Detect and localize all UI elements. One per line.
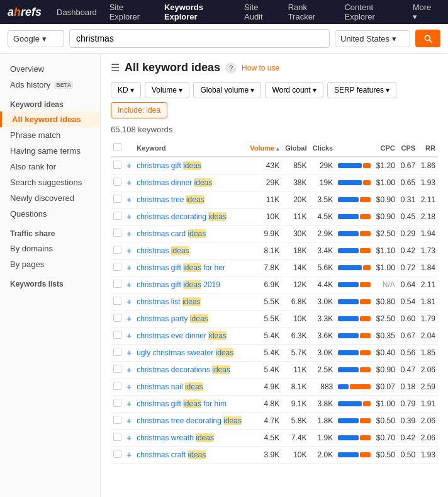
cps-cell: 0.42 — [398, 243, 418, 260]
add-keyword-button[interactable]: + — [126, 246, 132, 256]
sidebar-item-newly-discovered[interactable]: Newly discovered — [0, 190, 100, 206]
keyword-link[interactable]: christmas nail ideas — [137, 382, 203, 391]
cpc-cell: $2.50 — [373, 311, 398, 328]
keyword-link[interactable]: christmas ideas — [137, 246, 189, 255]
filter-global-volume[interactable]: Global volume ▾ — [193, 82, 261, 98]
col-header-cps[interactable]: CPS — [398, 139, 418, 157]
filter-include[interactable]: Include: idea — [111, 102, 167, 118]
row-checkbox[interactable] — [113, 348, 121, 356]
nav-site-audit[interactable]: Site Audit — [239, 0, 281, 24]
add-keyword-button[interactable]: + — [126, 433, 132, 443]
cpc-cell: $1.00 — [373, 396, 398, 413]
filter-volume[interactable]: Volume ▾ — [145, 82, 189, 98]
add-keyword-button[interactable]: + — [126, 399, 132, 409]
nav-dashboard[interactable]: Dashboard — [52, 0, 102, 24]
col-header-keyword[interactable]: Keyword — [134, 139, 247, 157]
keyword-link[interactable]: christmas craft ideas — [137, 450, 206, 459]
keyword-link[interactable]: christmas tree decorating ideas — [137, 416, 242, 425]
row-checkbox[interactable] — [113, 331, 121, 339]
col-header-clicks[interactable]: Clicks — [309, 139, 335, 157]
nav-content-explorer[interactable]: Content Explorer — [339, 0, 405, 24]
keyword-link[interactable]: christmas gift ideas 2019 — [137, 280, 220, 289]
search-bar: Google ▾ United States ▾ — [0, 24, 448, 54]
keyword-link[interactable]: christmas decorations ideas — [137, 365, 230, 374]
country-select[interactable]: United States ▾ — [335, 30, 410, 47]
sidebar-item-questions[interactable]: Questions — [0, 206, 100, 222]
keyword-link[interactable]: christmas gift ideas for him — [137, 399, 227, 408]
row-checkbox[interactable] — [113, 433, 121, 441]
nav-keywords-explorer[interactable]: Keywords Explorer — [159, 0, 237, 24]
row-checkbox[interactable] — [113, 416, 121, 424]
keyword-link[interactable]: christmas gift ideas for her — [137, 263, 225, 272]
sidebar-item-ads-history[interactable]: Ads history BETA — [0, 77, 100, 93]
engine-select[interactable]: Google ▾ — [8, 30, 64, 47]
add-keyword-button[interactable]: + — [126, 331, 132, 341]
keyword-link[interactable]: christmas eve dinner ideas — [137, 331, 227, 340]
sidebar-item-also-rank-for[interactable]: Also rank for — [0, 159, 100, 174]
row-checkbox[interactable] — [113, 314, 121, 322]
bar-orange — [363, 265, 371, 270]
add-keyword-button[interactable]: + — [126, 365, 132, 375]
keyword-link[interactable]: ugly christmas sweater ideas — [137, 348, 233, 357]
nav-rank-tracker[interactable]: Rank Tracker — [283, 0, 337, 24]
add-keyword-button[interactable]: + — [126, 229, 132, 239]
header-checkbox[interactable] — [113, 143, 121, 151]
keyword-link[interactable]: christmas party ideas — [137, 314, 208, 323]
row-checkbox[interactable] — [113, 212, 121, 220]
nav-site-explorer[interactable]: Site Explorer — [104, 0, 157, 24]
sidebar-item-all-keyword-ideas[interactable]: All keyword ideas — [0, 111, 100, 127]
search-button[interactable] — [415, 30, 440, 47]
row-checkbox[interactable] — [113, 161, 121, 169]
keyword-link[interactable]: christmas card ideas — [137, 229, 206, 238]
row-checkbox[interactable] — [113, 229, 121, 237]
keyword-link[interactable]: christmas tree ideas — [137, 195, 204, 204]
filter-serp-features[interactable]: SERP features ▾ — [327, 82, 397, 98]
add-keyword-button[interactable]: + — [126, 178, 132, 188]
keyword-link[interactable]: christmas decorating ideas — [137, 212, 227, 221]
keyword-link[interactable]: christmas list ideas — [137, 297, 200, 306]
add-keyword-button[interactable]: + — [126, 161, 132, 171]
row-checkbox[interactable] — [113, 297, 121, 305]
row-checkbox[interactable] — [113, 399, 121, 407]
row-checkbox[interactable] — [113, 246, 121, 254]
add-keyword-button[interactable]: + — [126, 212, 132, 222]
filter-word-count[interactable]: Word count ▾ — [265, 82, 323, 98]
col-header-global[interactable]: Global — [282, 139, 309, 157]
sidebar-item-having-same-terms[interactable]: Having same terms — [0, 143, 100, 159]
add-keyword-button[interactable]: + — [126, 416, 132, 426]
row-checkbox[interactable] — [113, 365, 121, 373]
row-checkbox[interactable] — [113, 178, 121, 186]
filter-kd[interactable]: KD ▾ — [111, 82, 141, 98]
keyword-link[interactable]: christmas gift ideas — [137, 161, 201, 170]
keyword-link[interactable]: christmas dinner ideas — [137, 178, 212, 187]
sidebar-item-phrase-match[interactable]: Phrase match — [0, 127, 100, 143]
sidebar-item-by-domains[interactable]: By domains — [0, 241, 100, 256]
col-header-cpc[interactable]: CPC — [373, 139, 398, 157]
row-checkbox[interactable] — [113, 450, 121, 458]
add-keyword-button[interactable]: + — [126, 450, 132, 460]
nav-more[interactable]: More ▾ — [408, 0, 440, 24]
hamburger-icon[interactable]: ☰ — [111, 62, 120, 74]
row-checkbox[interactable] — [113, 382, 121, 390]
add-keyword-button[interactable]: + — [126, 382, 132, 392]
add-keyword-button[interactable]: + — [126, 195, 132, 205]
how-to-use-link[interactable]: How to use — [242, 64, 279, 72]
add-keyword-button[interactable]: + — [126, 348, 132, 358]
sidebar-item-overview[interactable]: Overview — [0, 61, 100, 77]
row-checkbox[interactable] — [113, 263, 121, 271]
add-keyword-button[interactable]: + — [126, 314, 132, 324]
sidebar-item-search-suggestions[interactable]: Search suggestions — [0, 174, 100, 190]
row-checkbox[interactable] — [113, 280, 121, 288]
add-keyword-button[interactable]: + — [126, 297, 132, 307]
keyword-cell: christmas ideas — [134, 243, 247, 260]
row-checkbox[interactable] — [113, 195, 121, 203]
help-button[interactable]: ? — [225, 62, 237, 74]
search-input[interactable] — [69, 29, 330, 48]
keyword-link[interactable]: christmas wreath ideas — [137, 433, 214, 442]
col-header-volume[interactable]: Volume ▴ — [247, 139, 282, 157]
col-header-rr[interactable]: RR — [418, 139, 438, 157]
sidebar-item-by-pages[interactable]: By pages — [0, 256, 100, 272]
add-keyword-button[interactable]: + — [126, 280, 132, 290]
add-keyword-button[interactable]: + — [126, 263, 132, 273]
cpc-cell: $0.80 — [373, 294, 398, 311]
